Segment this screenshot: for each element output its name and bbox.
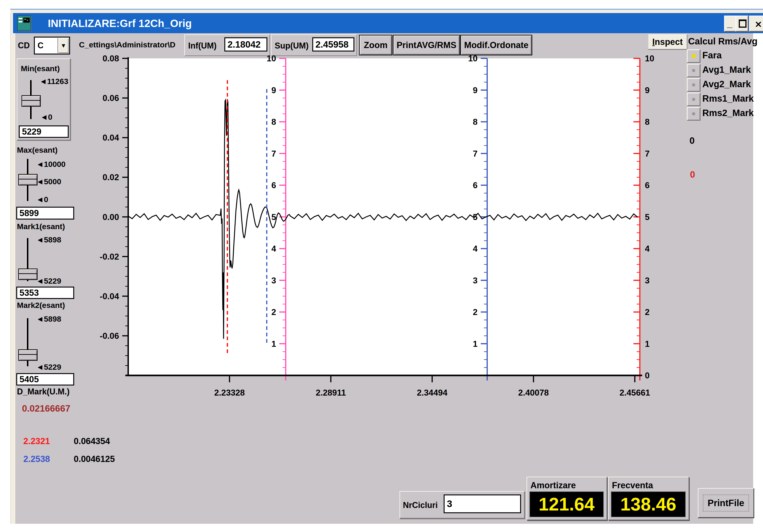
cd-combobox-open-button[interactable]: ▼ (57, 38, 69, 53)
svg-text:2.40078: 2.40078 (518, 388, 549, 397)
svg-text:4: 4 (645, 244, 650, 254)
svg-text:10: 10 (645, 54, 654, 63)
calcul-rms-avg-title: Calcul Rms/Avg (688, 36, 757, 47)
d-mark-label: D_Mark(U.M.) (17, 387, 69, 396)
mark2-slider-thumb[interactable] (18, 349, 38, 361)
mark2-slider-max-label: ◄5898 (36, 315, 61, 323)
cd-label: CD (18, 41, 30, 51)
frecventa-display: 138.46 (611, 491, 686, 517)
rms-black-value: 0 (690, 136, 695, 146)
radio-avg1-mark[interactable] (687, 64, 701, 77)
max-slider-min-label: ◄0 (36, 195, 48, 204)
radio-fara[interactable] (687, 49, 701, 63)
svg-text:2: 2 (473, 307, 478, 317)
printfile-button[interactable]: PrintFile (698, 488, 754, 518)
svg-text:7: 7 (271, 149, 276, 159)
svg-text:7: 7 (473, 149, 478, 159)
mark1-slider-max-label: ◄5898 (36, 235, 61, 244)
inspect-button[interactable]: Inspect (648, 34, 688, 50)
nrcicluri-label: NrCicluri (403, 500, 438, 510)
max-esant-input[interactable] (16, 207, 74, 220)
svg-text:-0.06: -0.06 (100, 331, 119, 341)
svg-text:4: 4 (271, 244, 276, 254)
mark1-slider-min-label: ◄5229 (36, 276, 61, 285)
svg-text:0.04: 0.04 (103, 133, 119, 142)
svg-text:1: 1 (271, 339, 276, 349)
svg-text:10: 10 (468, 54, 478, 63)
amortizare-panel: Amortizare 121.64 (526, 477, 607, 520)
d-mark-value: 0.02166667 (22, 403, 70, 414)
sup-um-input[interactable] (312, 37, 354, 52)
min-slider-thumb[interactable] (22, 95, 41, 107)
svg-text:8: 8 (473, 117, 478, 127)
cd-combobox-value: C (38, 41, 44, 51)
mark1-slider-thumb[interactable] (18, 268, 38, 280)
close-button[interactable]: ✕ (749, 16, 763, 32)
maximize-icon (739, 20, 746, 28)
mark1-esant-input[interactable] (16, 287, 74, 299)
svg-text:1: 1 (645, 339, 650, 349)
radio-fara-label: Fara (702, 50, 722, 60)
svg-text:0.02: 0.02 (103, 172, 119, 182)
radio-rms1-dot-icon (692, 98, 695, 101)
inf-um-label: Inf(UM) (188, 41, 217, 51)
svg-text:-0.04: -0.04 (100, 292, 119, 301)
title-bar[interactable]: INITIALIZARE:Grf 12Ch_Orig _ ✕ (13, 13, 763, 33)
svg-text:7: 7 (645, 149, 650, 159)
radio-avg1-mark-label: Avg1_Mark (702, 64, 751, 75)
waveform-chart[interactable]: 10987654321109876543211098765432100.080.… (92, 53, 664, 407)
close-icon: ✕ (755, 20, 762, 30)
svg-text:0.06: 0.06 (103, 93, 119, 103)
radio-rms2-mark[interactable] (687, 107, 701, 121)
svg-text:2: 2 (271, 307, 276, 317)
minimize-icon: _ (727, 19, 732, 29)
frecventa-panel: Frecventa 138.46 (608, 477, 689, 520)
max-slider-mid-label: ◄5000 (36, 177, 61, 186)
rms-red-value: 0 (690, 169, 695, 180)
svg-text:1: 1 (473, 339, 478, 349)
svg-text:6: 6 (271, 181, 276, 190)
svg-text:8: 8 (271, 117, 276, 127)
svg-text:2.34494: 2.34494 (417, 388, 448, 397)
maximize-button[interactable] (735, 16, 749, 32)
modif-ordonate-button[interactable]: Modif.Ordonate (460, 35, 532, 55)
frecventa-label: Frecventa (612, 480, 653, 490)
mark2-x-readout: 2.2538 (23, 454, 50, 464)
zoom-button[interactable]: Zoom (359, 35, 392, 55)
svg-text:9: 9 (645, 86, 650, 95)
max-slider-thumb[interactable] (18, 174, 38, 185)
nrcicluri-group: NrCicluri (399, 491, 525, 518)
svg-text:4: 4 (473, 244, 478, 254)
app-icon (17, 16, 31, 31)
svg-text:0.08: 0.08 (103, 54, 119, 63)
svg-text:6: 6 (473, 181, 478, 190)
file-path-text: C_ettings\Administrator\D (79, 40, 175, 49)
max-slider-max-label: ◄10000 (36, 160, 65, 169)
mark2-esant-input[interactable] (16, 373, 74, 385)
sup-um-label: Sup(UM) (275, 41, 309, 51)
min-esant-input[interactable] (19, 126, 69, 138)
desktop: { "window": { "title": "INITIALIZARE:Grf… (0, 0, 763, 532)
window-frame-left (10, 13, 16, 524)
nrcicluri-input[interactable] (444, 494, 521, 513)
radio-rms2-mark-label: Rms2_Mark (702, 108, 754, 118)
min-slider-max-label: ◄11263 (39, 77, 68, 86)
radio-rms1-mark-label: Rms1_Mark (702, 93, 754, 104)
radio-avg2-mark[interactable] (687, 78, 701, 92)
chevron-down-icon: ▼ (60, 42, 66, 49)
svg-text:2: 2 (645, 307, 650, 317)
minimize-button[interactable]: _ (724, 16, 737, 32)
radio-rms1-mark[interactable] (687, 92, 701, 106)
radio-avg2-mark-label: Avg2_Mark (702, 79, 751, 89)
inf-um-input[interactable] (224, 37, 268, 52)
print-avg-rms-button[interactable]: PrintAVG/RMS (393, 35, 460, 55)
cd-combobox[interactable]: C ▼ (34, 37, 70, 54)
svg-text:0: 0 (645, 371, 650, 380)
svg-text:9: 9 (271, 86, 276, 95)
svg-text:8: 8 (645, 117, 650, 127)
amortizare-label: Amortizare (530, 480, 576, 490)
mark2-esant-label: Mark2(esant) (17, 301, 65, 310)
radio-avg2-dot-icon (692, 83, 695, 86)
radio-rms2-dot-icon (692, 112, 695, 115)
svg-text:0.00: 0.00 (103, 212, 119, 222)
